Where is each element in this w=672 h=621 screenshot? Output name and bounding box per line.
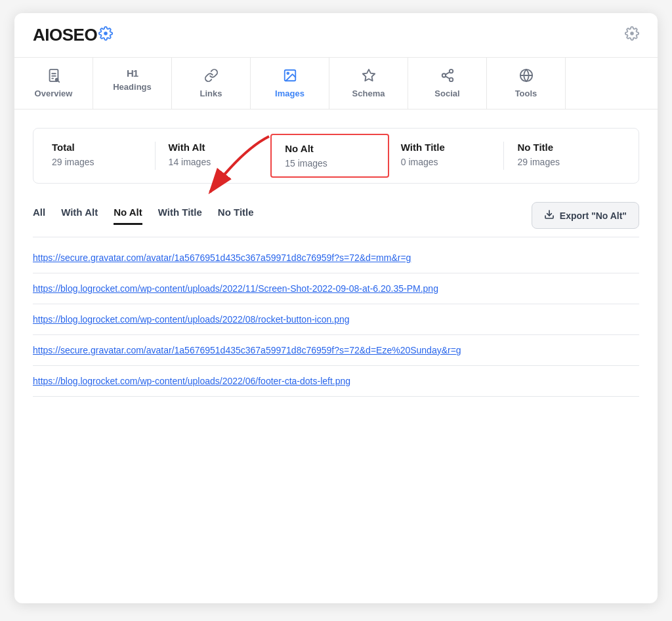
logo-text-aio: AIO: [33, 25, 62, 45]
overview-label: Overview: [35, 89, 73, 98]
export-label: Export "No Alt": [560, 210, 627, 221]
filter-no-alt[interactable]: No Alt: [114, 207, 142, 225]
list-item: https://secure.gravatar.com/avatar/1a567…: [33, 243, 639, 273]
social-icon: [440, 68, 455, 85]
stat-total-value: 29 images: [52, 157, 142, 167]
tab-social[interactable]: Social: [408, 58, 487, 109]
images-label: Images: [275, 89, 304, 98]
filter-tabs: All With Alt No Alt With Title No Title: [33, 207, 254, 225]
links-icon: [204, 68, 219, 85]
list-item: https://secure.gravatar.com/avatar/1a567…: [33, 335, 639, 366]
social-label: Social: [434, 89, 459, 98]
image-link-1[interactable]: https://secure.gravatar.com/avatar/1a567…: [33, 252, 411, 263]
filter-all[interactable]: All: [33, 207, 45, 225]
stat-no-title-value: 29 images: [517, 157, 607, 167]
stat-no-alt: No Alt 15 images: [270, 134, 389, 178]
filter-with-title[interactable]: With Title: [158, 207, 202, 225]
schema-label: Schema: [352, 89, 385, 98]
image-link-3[interactable]: https://blog.logrocket.com/wp-content/up…: [33, 314, 350, 325]
stat-total: Total 29 images: [52, 142, 156, 170]
main-content: Total 29 images With Alt 14 images No Al…: [14, 110, 658, 415]
stat-no-alt-value: 15 images: [285, 158, 375, 169]
svg-marker-8: [362, 70, 374, 81]
stats-card: Total 29 images With Alt 14 images No Al…: [33, 128, 639, 184]
schema-icon: [362, 68, 376, 85]
logo: AIOSEO: [33, 25, 113, 45]
overview-icon: [47, 68, 61, 85]
list-item: https://blog.logrocket.com/wp-content/up…: [33, 273, 639, 304]
export-button[interactable]: Export "No Alt": [532, 202, 639, 229]
images-icon: [283, 68, 297, 85]
tab-images[interactable]: Images: [251, 58, 329, 109]
stat-no-title-label: No Title: [517, 142, 607, 153]
tools-label: Tools: [515, 89, 537, 98]
nav-tabs: Overview H1 Headings Links: [14, 58, 658, 110]
list-item: https://blog.logrocket.com/wp-content/up…: [33, 366, 639, 397]
tab-schema[interactable]: Schema: [329, 58, 408, 109]
tab-overview[interactable]: Overview: [14, 58, 93, 109]
svg-point-7: [287, 72, 289, 74]
tab-tools[interactable]: Tools: [487, 58, 566, 109]
logo-gear-icon: [98, 26, 113, 45]
stat-with-alt-value: 14 images: [169, 157, 259, 167]
image-links-list: https://secure.gravatar.com/avatar/1a567…: [33, 243, 639, 397]
filter-section: All With Alt No Alt With Title No Title: [33, 202, 639, 237]
app-container: AIOSEO: [14, 13, 658, 603]
svg-line-13: [445, 72, 449, 75]
logo-text-seo: SEO: [62, 25, 97, 45]
headings-icon: H1: [127, 68, 138, 78]
settings-icon[interactable]: [625, 26, 639, 45]
stat-no-title: No Title 29 images: [504, 142, 620, 170]
image-link-2[interactable]: https://blog.logrocket.com/wp-content/up…: [33, 283, 438, 294]
links-label: Links: [200, 89, 222, 98]
tools-icon: [519, 68, 534, 85]
stat-with-title-value: 0 images: [401, 157, 491, 167]
stat-with-title-label: With Title: [401, 142, 491, 153]
headings-label: Headings: [113, 82, 152, 92]
stat-with-alt-label: With Alt: [169, 142, 259, 153]
svg-line-12: [445, 76, 449, 79]
tab-headings[interactable]: H1 Headings: [93, 58, 172, 109]
filter-with-alt[interactable]: With Alt: [61, 207, 98, 225]
download-icon: [544, 209, 555, 222]
header: AIOSEO: [14, 13, 658, 58]
list-item: https://blog.logrocket.com/wp-content/up…: [33, 304, 639, 335]
stat-with-title: With Title 0 images: [388, 142, 505, 170]
image-link-5[interactable]: https://blog.logrocket.com/wp-content/up…: [33, 376, 350, 386]
stat-with-alt: With Alt 14 images: [156, 142, 272, 170]
stat-no-alt-label: No Alt: [285, 143, 375, 154]
stat-total-label: Total: [52, 142, 142, 153]
svg-line-5: [58, 81, 58, 82]
filter-no-title[interactable]: No Title: [218, 207, 254, 225]
arrow-container: All With Alt No Alt With Title No Title: [33, 202, 639, 237]
tab-links[interactable]: Links: [172, 58, 251, 109]
image-link-4[interactable]: https://secure.gravatar.com/avatar/1a567…: [33, 345, 461, 355]
